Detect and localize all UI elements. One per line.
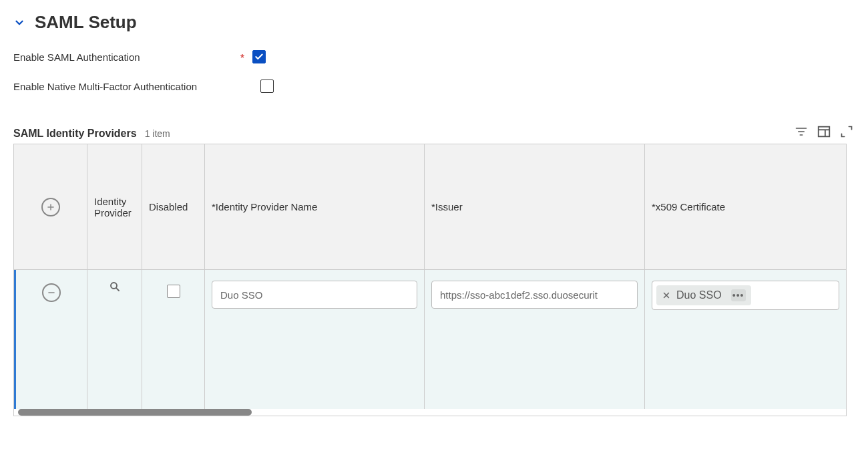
- column-name: *Identity Provider Name: [205, 144, 425, 270]
- table-label: SAML Identity Providers: [13, 128, 137, 140]
- more-icon[interactable]: •••: [731, 289, 746, 301]
- enable-mfa-label: Enable Native Multi-Factor Authenticatio…: [13, 81, 260, 92]
- table-count: 1 item: [145, 128, 170, 139]
- enable-saml-checkbox[interactable]: [252, 50, 266, 63]
- column-identity-provider: Identity Provider: [87, 144, 142, 270]
- cell-identity-provider: [87, 270, 142, 409]
- cert-chip-label: Duo SSO: [676, 289, 722, 301]
- identity-providers-table: Identity Provider Disabled *Identity Pro…: [13, 144, 847, 416]
- table-row: Duo SSO •••: [14, 270, 846, 409]
- identity-provider-name-input[interactable]: [212, 281, 417, 309]
- enable-saml-label: Enable SAML Authentication: [13, 51, 240, 63]
- add-row-button[interactable]: [41, 198, 60, 216]
- table-header: SAML Identity Providers 1 item: [13, 124, 855, 140]
- required-star-icon: *: [240, 51, 244, 63]
- issuer-input[interactable]: [431, 281, 638, 309]
- column-add: [14, 144, 87, 270]
- cert-chip: Duo SSO •••: [656, 285, 751, 305]
- enable-saml-row: Enable SAML Authentication *: [13, 50, 855, 63]
- close-icon[interactable]: [662, 291, 671, 300]
- section-title: SAML Setup: [35, 12, 137, 33]
- svg-rect-3: [819, 127, 830, 137]
- filter-icon[interactable]: [793, 124, 809, 140]
- cert-input[interactable]: Duo SSO •••: [652, 281, 839, 310]
- expand-icon[interactable]: [839, 124, 855, 140]
- column-disabled: Disabled: [142, 144, 205, 270]
- enable-mfa-checkbox[interactable]: [260, 80, 274, 93]
- chevron-down-icon[interactable]: [13, 17, 25, 29]
- search-icon[interactable]: [109, 281, 121, 295]
- column-cert: *x509 Certificate: [645, 144, 846, 270]
- cell-cert: Duo SSO •••: [645, 270, 846, 409]
- cell-issuer: [425, 270, 645, 409]
- columns-icon[interactable]: [816, 124, 832, 140]
- section-header: SAML Setup: [13, 12, 855, 33]
- remove-row-button[interactable]: [42, 283, 61, 302]
- column-issuer: *Issuer: [425, 144, 645, 270]
- cell-disabled: [142, 270, 205, 409]
- cell-name: [205, 270, 425, 409]
- scrollbar-thumb[interactable]: [18, 409, 252, 416]
- svg-line-10: [116, 288, 118, 291]
- horizontal-scrollbar[interactable]: [14, 409, 846, 416]
- table-header-row: Identity Provider Disabled *Identity Pro…: [14, 144, 846, 270]
- disabled-checkbox[interactable]: [167, 285, 180, 298]
- cell-remove: [16, 270, 87, 409]
- enable-mfa-row: Enable Native Multi-Factor Authenticatio…: [13, 80, 855, 93]
- table-toolbar: [793, 124, 855, 140]
